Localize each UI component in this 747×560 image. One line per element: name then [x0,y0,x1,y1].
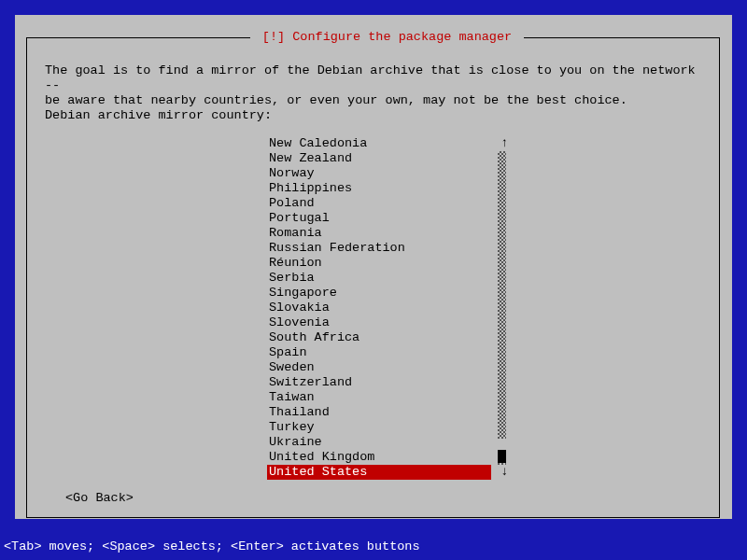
list-item[interactable]: Philippines [267,181,491,196]
list-item[interactable]: Serbia [267,271,491,286]
list-item[interactable]: Réunion [267,256,491,271]
dialog-description: The goal is to find a mirror of the Debi… [45,63,708,108]
list-item[interactable]: Taiwan [267,390,491,405]
frame-border [26,517,720,518]
list-item[interactable]: Slovakia [267,301,491,315]
dialog-title: [!] Configure the package manager [250,30,524,45]
scrollbar-track[interactable] [498,151,506,465]
installer-panel: [!] Configure the package manager The go… [15,15,732,519]
list-item[interactable]: Portugal [267,211,491,226]
go-back-button[interactable]: <Go Back> [65,491,134,506]
mirror-country-list[interactable]: New CaledoniaNew ZealandNorwayPhilippine… [267,136,491,480]
list-item[interactable]: Turkey [267,420,491,435]
scrollbar-thumb[interactable] [498,450,506,463]
list-item[interactable]: Russian Federation [267,241,491,256]
list-item[interactable]: Thailand [267,405,491,420]
list-item[interactable]: New Caledonia [267,136,491,151]
frame-border [26,37,250,38]
list-item[interactable]: Sweden [267,360,491,375]
list-item[interactable]: United Kingdom [267,450,491,465]
list-item[interactable]: Poland [267,196,491,211]
list-item[interactable]: Romania [267,226,491,241]
list-item[interactable]: United States [267,465,491,480]
list-item[interactable]: New Zealand [267,151,491,166]
list-item[interactable]: South Africa [267,330,491,345]
list-item[interactable]: Slovenia [267,315,491,330]
list-item[interactable]: Spain [267,345,491,360]
scroll-down-arrow-icon[interactable]: ↓ [499,465,510,480]
scrollbar-track [498,439,506,450]
list-item[interactable]: Ukraine [267,435,491,450]
key-hint: <Tab> moves; <Space> selects; <Enter> ac… [4,539,420,554]
list-item[interactable]: Norway [267,166,491,181]
frame-border [524,37,720,38]
list-item[interactable]: Switzerland [267,375,491,390]
field-label: Debian archive mirror country: [45,108,272,123]
scroll-up-arrow-icon[interactable]: ↑ [499,136,510,151]
frame-border [719,37,720,518]
frame-border [26,37,27,518]
list-item[interactable]: Singapore [267,286,491,301]
